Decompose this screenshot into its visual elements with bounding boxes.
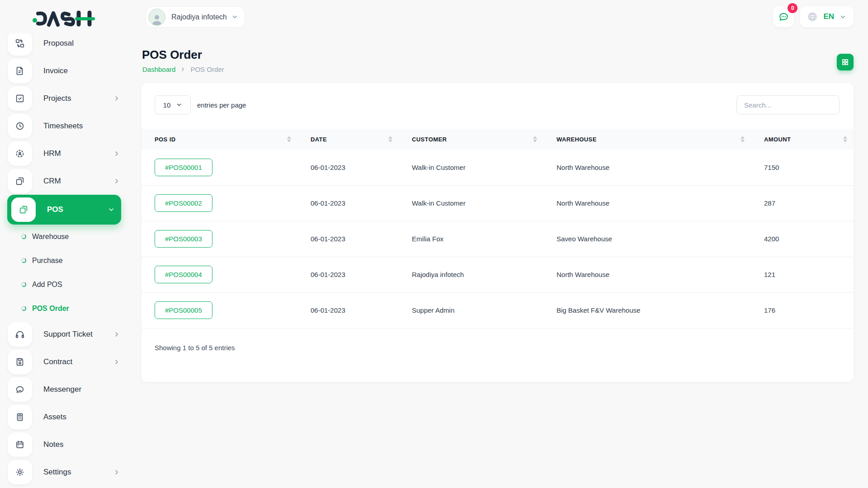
table-controls: 10 entries per page xyxy=(155,95,840,114)
sidebar-item-notes[interactable]: Notes xyxy=(0,431,128,458)
sidebar-subitem-label: Warehouse xyxy=(32,233,69,241)
entries-summary: Showing 1 to 5 of 5 entries xyxy=(155,344,235,352)
chevron-right-icon xyxy=(113,469,120,476)
workspace-name: Rajodiya infotech xyxy=(171,13,227,21)
sidebar-subitem-warehouse[interactable]: Warehouse xyxy=(0,225,128,249)
invoice-icon xyxy=(8,59,32,83)
chevron-down-icon xyxy=(108,206,115,213)
sidebar-item-label: Assets xyxy=(43,413,120,422)
timesheets-icon xyxy=(8,114,32,138)
cell-warehouse: North Warehouse xyxy=(543,257,751,292)
sidebar-subitem-add-pos[interactable]: Add POS xyxy=(0,272,128,296)
brand-logo[interactable] xyxy=(32,10,95,27)
sidebar-item-support-ticket[interactable]: Support Ticket xyxy=(0,320,128,348)
avatar xyxy=(148,9,165,26)
cell-warehouse: North Warehouse xyxy=(543,185,751,221)
dash-logo-icon xyxy=(32,10,95,27)
language-code: EN xyxy=(823,12,834,21)
sidebar-item-settings[interactable]: Settings xyxy=(0,458,128,486)
topbar-actions: 0 EN xyxy=(773,6,854,27)
sidebar-subitem-pos-order[interactable]: POS Order xyxy=(0,296,128,320)
bullet-icon xyxy=(21,258,27,263)
chevron-right-icon xyxy=(113,331,120,338)
cell-amount: 176 xyxy=(751,292,854,328)
sidebar-subitem-label: POS Order xyxy=(32,305,69,313)
table-row: #POS00002 06-01-2023 Walk-in Customer No… xyxy=(142,185,854,221)
sidebar-subitem-purchase[interactable]: Purchase xyxy=(0,249,128,272)
cell-amount: 121 xyxy=(751,257,854,292)
sidebar-item-label: POS xyxy=(47,205,108,214)
column-header-warehouse[interactable]: WAREHOUSE xyxy=(543,129,751,150)
chat-button[interactable]: 0 xyxy=(773,6,794,27)
column-header-amount[interactable]: AMOUNT xyxy=(751,129,854,150)
sort-icon xyxy=(287,136,291,142)
chevron-right-icon xyxy=(113,150,120,157)
projects-icon xyxy=(8,86,32,111)
cell-customer: Rajodiya infotech xyxy=(399,257,543,292)
pos-id-button[interactable]: #POS00004 xyxy=(155,266,212,283)
sidebar-item-label: Support Ticket xyxy=(43,330,113,339)
sidebar-item-pos[interactable]: POS xyxy=(7,195,121,225)
chevron-down-icon xyxy=(231,14,238,20)
workspace-selector[interactable]: Rajodiya infotech xyxy=(146,6,245,28)
search-input[interactable] xyxy=(736,95,840,114)
pos-order-card: 10 entries per page POS ID DATE CUSTOMER… xyxy=(142,83,854,382)
table-header-row: POS ID DATE CUSTOMER WAREHOUSE AMOUNT xyxy=(142,129,854,150)
grid-view-button[interactable] xyxy=(837,54,854,70)
globe-icon xyxy=(807,11,818,22)
entries-per-page-label: entries per page xyxy=(197,101,246,109)
contract-icon xyxy=(8,350,32,374)
pos-id-button[interactable]: #POS00003 xyxy=(155,230,212,248)
column-header-date[interactable]: DATE xyxy=(297,129,399,150)
cell-warehouse: North Warehouse xyxy=(543,150,751,185)
language-selector[interactable]: EN xyxy=(800,6,854,27)
sidebar-item-label: Projects xyxy=(43,94,113,103)
chevron-right-icon xyxy=(113,358,120,366)
chevron-right-icon xyxy=(113,178,120,185)
sidebar-item-label: Invoice xyxy=(43,66,120,75)
bullet-icon xyxy=(21,282,27,287)
sidebar-item-label: Contract xyxy=(43,357,113,366)
page-title: POS Order xyxy=(142,48,202,62)
sidebar-item-timesheets[interactable]: Timesheets xyxy=(0,112,128,140)
cell-date: 06-01-2023 xyxy=(297,257,399,292)
bullet-icon xyxy=(21,305,27,311)
table-row: #POS00001 06-01-2023 Walk-in Customer No… xyxy=(142,150,854,185)
sidebar-item-assets[interactable]: Assets xyxy=(0,403,128,431)
pos-order-table: POS ID DATE CUSTOMER WAREHOUSE AMOUNT #P… xyxy=(142,129,854,328)
column-header-customer[interactable]: CUSTOMER xyxy=(399,129,543,150)
pos-id-button[interactable]: #POS00001 xyxy=(155,159,212,176)
cell-date: 06-01-2023 xyxy=(297,150,399,185)
sidebar-menu: Proposal Invoice Projects xyxy=(0,33,128,488)
pos-id-button[interactable]: #POS00002 xyxy=(155,194,212,212)
pos-icon xyxy=(11,197,36,222)
sidebar-item-crm[interactable]: CRM xyxy=(0,167,128,195)
pos-id-button[interactable]: #POS00005 xyxy=(155,301,212,319)
cell-date: 06-01-2023 xyxy=(297,185,399,221)
sidebar-item-hrm[interactable]: HRM xyxy=(0,140,128,167)
sidebar-item-label: Settings xyxy=(43,468,113,477)
chat-icon xyxy=(778,11,789,23)
cell-date: 06-01-2023 xyxy=(297,221,399,257)
page-size-value: 10 xyxy=(163,101,171,109)
sort-icon xyxy=(533,136,537,142)
sidebar-subitem-label: Add POS xyxy=(32,281,62,289)
sidebar-item-messenger[interactable]: Messenger xyxy=(0,375,128,403)
sidebar-item-label: Notes xyxy=(43,440,120,449)
sidebar: Proposal Invoice Projects xyxy=(0,0,128,488)
breadcrumb-dashboard-link[interactable]: Dashboard xyxy=(142,66,175,73)
sidebar-item-contract[interactable]: Contract xyxy=(0,348,128,375)
sidebar-item-label: Timesheets xyxy=(43,122,120,131)
sidebar-item-projects[interactable]: Projects xyxy=(0,84,128,112)
crm-icon xyxy=(8,169,32,193)
bullet-icon xyxy=(21,234,27,239)
sidebar-item-proposal[interactable]: Proposal xyxy=(0,33,128,57)
cell-amount: 7150 xyxy=(751,150,854,185)
table-row: #POS00003 06-01-2023 Emilia Fox Saveo Wa… xyxy=(142,221,854,257)
page-size-select[interactable]: 10 xyxy=(155,95,191,114)
sidebar-item-label: Proposal xyxy=(43,39,120,48)
column-header-pos-id[interactable]: POS ID xyxy=(142,129,297,150)
sidebar-item-invoice[interactable]: Invoice xyxy=(0,57,128,84)
breadcrumb: Dashboard POS Order xyxy=(142,66,224,73)
cell-warehouse: Saveo Warehouse xyxy=(543,221,751,257)
